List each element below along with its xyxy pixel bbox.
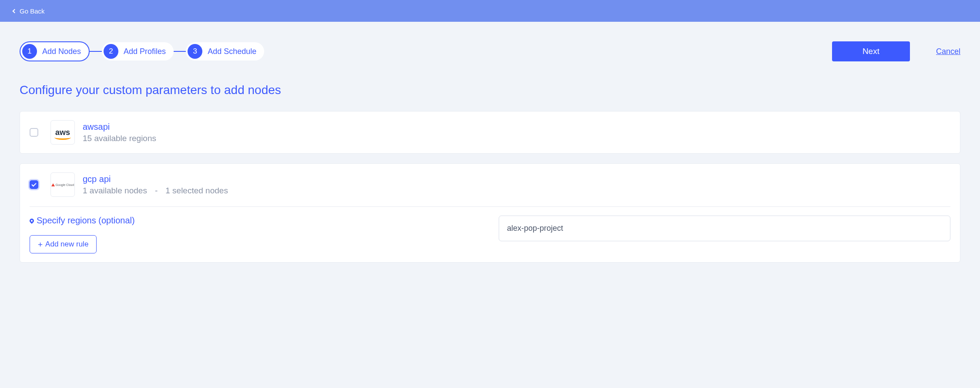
chevron-left-icon bbox=[13, 9, 17, 13]
card-titles: awsapi 15 available regions bbox=[83, 122, 156, 143]
provider-name: awsapi bbox=[83, 122, 156, 132]
step-add-schedule[interactable]: 3 Add Schedule bbox=[186, 42, 264, 61]
card-header: Google Cloud gcp api 1 available nodes -… bbox=[30, 172, 950, 197]
gcp-logo-icon: Google Cloud bbox=[51, 183, 74, 186]
regions-title: Specify regions (optional) bbox=[30, 216, 481, 226]
regions-column: Specify regions (optional) + Add new rul… bbox=[30, 216, 481, 253]
plus-icon: + bbox=[38, 240, 43, 249]
provider-card-aws: aws awsapi 15 available regions bbox=[20, 111, 960, 154]
page-title: Configure your custom parameters to add … bbox=[20, 83, 960, 97]
project-input-column bbox=[499, 216, 950, 241]
step-add-profiles[interactable]: 2 Add Profiles bbox=[102, 42, 174, 61]
card-body: Specify regions (optional) + Add new rul… bbox=[30, 216, 950, 253]
provider-subtitle: 15 available regions bbox=[83, 134, 156, 143]
gcp-checkbox[interactable] bbox=[30, 180, 38, 189]
step-label: Add Profiles bbox=[124, 47, 166, 56]
card-titles: gcp api 1 available nodes - 1 selected n… bbox=[83, 174, 228, 196]
go-back-link[interactable]: Go Back bbox=[13, 7, 45, 15]
step-label: Add Nodes bbox=[42, 47, 81, 56]
provider-name: gcp api bbox=[83, 174, 228, 184]
aws-logo-icon: aws bbox=[55, 128, 70, 136]
aws-checkbox[interactable] bbox=[30, 128, 38, 137]
cancel-link[interactable]: Cancel bbox=[936, 47, 960, 56]
step-label: Add Schedule bbox=[208, 47, 256, 56]
card-header: aws awsapi 15 available regions bbox=[30, 120, 950, 145]
step-connector bbox=[174, 51, 186, 52]
step-number: 3 bbox=[188, 44, 202, 59]
card-divider bbox=[30, 206, 950, 207]
step-add-nodes[interactable]: 1 Add Nodes bbox=[20, 41, 90, 61]
main-content: 1 Add Nodes 2 Add Profiles 3 Add Schedul… bbox=[0, 22, 980, 263]
checkmark-icon bbox=[31, 182, 36, 186]
project-input[interactable] bbox=[499, 216, 950, 241]
gcp-logo: Google Cloud bbox=[50, 172, 75, 197]
aws-logo: aws bbox=[50, 120, 75, 145]
step-connector bbox=[90, 51, 102, 52]
go-back-label: Go Back bbox=[20, 7, 45, 15]
step-number: 2 bbox=[104, 44, 118, 59]
provider-card-gcp: Google Cloud gcp api 1 available nodes -… bbox=[20, 163, 960, 263]
provider-subtitle: 1 available nodes - 1 selected nodes bbox=[83, 186, 228, 196]
topbar: Go Back bbox=[0, 0, 980, 22]
add-new-rule-button[interactable]: + Add new rule bbox=[30, 235, 97, 253]
next-button[interactable]: Next bbox=[832, 41, 910, 61]
stepper-row: 1 Add Nodes 2 Add Profiles 3 Add Schedul… bbox=[20, 41, 960, 61]
step-number: 1 bbox=[22, 44, 37, 59]
pin-icon bbox=[29, 217, 35, 223]
steps: 1 Add Nodes 2 Add Profiles 3 Add Schedul… bbox=[20, 41, 264, 61]
action-buttons: Next Cancel bbox=[832, 41, 960, 61]
